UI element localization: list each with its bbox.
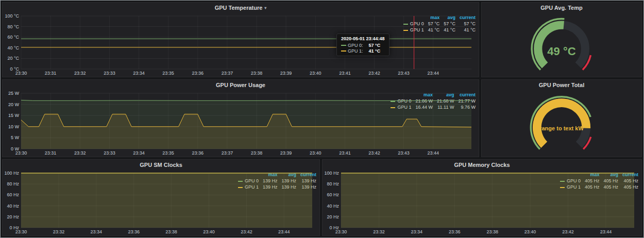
- chart-svg: 0 °C20 °C40 °C60 °C80 °C100 °C23:3023:31…: [3, 13, 474, 77]
- svg-text:23:39: 23:39: [280, 71, 292, 76]
- gauge-svg: 49 °C: [482, 13, 641, 77]
- svg-text:23:40: 23:40: [203, 229, 215, 234]
- x-axis-labels: 23:3023:3223:3423:3623:3823:4023:4223:44: [335, 229, 612, 234]
- y-axis-labels: 0 W5 W10 W15 W20 W25 W: [8, 91, 20, 151]
- svg-text:23:33: 23:33: [104, 71, 115, 76]
- x-axis-labels: 23:3023:3223:3423:3623:3823:4023:4223:44: [15, 229, 290, 234]
- gauge-value-text: 49 °C: [547, 45, 575, 58]
- svg-text:23:43: 23:43: [398, 150, 410, 156]
- svg-text:100 Hz: 100 Hz: [4, 171, 19, 176]
- svg-text:23:33: 23:33: [104, 150, 115, 156]
- svg-text:23:40: 23:40: [524, 229, 536, 234]
- series-fill: [21, 173, 312, 228]
- svg-text:40 °C: 40 °C: [7, 45, 19, 50]
- svg-text:20 °C: 20 °C: [7, 56, 19, 61]
- svg-text:5 W: 5 W: [11, 135, 20, 140]
- chart-gpu-memory-clocks[interactable]: 0 Hz20 Hz40 Hz60 Hz80 Hz100 Hz23:3023:32…: [323, 170, 559, 235]
- panel-title: GPU Temperature: [215, 5, 263, 11]
- svg-text:80 Hz: 80 Hz: [7, 181, 19, 186]
- panel-menu-gpu-temperature[interactable]: GPU Temperature ▾: [3, 3, 479, 13]
- chart-gpu-power-usage[interactable]: 0 W5 W10 W15 W20 W25 W23:3023:3123:3223:…: [3, 90, 389, 157]
- svg-text:23:32: 23:32: [74, 71, 86, 76]
- svg-text:23:30: 23:30: [15, 150, 27, 156]
- svg-text:100 °C: 100 °C: [5, 13, 19, 19]
- panel-title: GPU Memory Clocks: [454, 162, 510, 168]
- svg-text:23:44: 23:44: [427, 150, 439, 156]
- chart-svg: 0 W5 W10 W15 W20 W25 W23:3023:3123:3223:…: [3, 90, 474, 157]
- svg-text:23:37: 23:37: [222, 71, 233, 76]
- svg-text:20 Hz: 20 Hz: [327, 214, 339, 219]
- svg-text:23:30: 23:30: [15, 229, 27, 234]
- panel-title: GPU Avg. Temp: [540, 5, 583, 11]
- panel-menu-gpu-memory-clocks[interactable]: GPU Memory Clocks: [323, 160, 641, 170]
- panel-gpu-power-total: GPU Power Total range to text kW: [481, 79, 642, 157]
- svg-text:23:43: 23:43: [398, 71, 410, 76]
- svg-text:23:44: 23:44: [600, 229, 612, 234]
- y-axis-labels: 0 Hz20 Hz40 Hz60 Hz80 Hz100 Hz: [324, 171, 339, 230]
- svg-text:23:31: 23:31: [45, 150, 57, 156]
- chart-gpu-temperature[interactable]: 0 °C20 °C40 °C60 °C80 °C100 °C23:3023:31…: [3, 13, 402, 77]
- svg-text:23:42: 23:42: [368, 71, 380, 76]
- panel-body: 0 °C20 °C40 °C60 °C80 °C100 °C23:3023:31…: [3, 13, 479, 77]
- svg-text:23:42: 23:42: [368, 150, 380, 156]
- svg-text:23:31: 23:31: [45, 71, 57, 76]
- panel-menu-gpu-avg-temp[interactable]: GPU Avg. Temp: [482, 3, 641, 13]
- chevron-down-icon: ▾: [264, 6, 266, 10]
- gauge-gpu-avg-temp: 49 °C: [482, 13, 641, 77]
- panel-gpu-avg-temp: GPU Avg. Temp 49 °C: [481, 2, 642, 77]
- svg-text:23:40: 23:40: [310, 71, 321, 76]
- x-axis-labels: 23:3023:3123:3223:3323:3423:3523:3623:37…: [15, 150, 439, 156]
- gauge-svg: range to text kW: [482, 90, 641, 157]
- svg-text:10 W: 10 W: [8, 124, 20, 129]
- svg-text:23:34: 23:34: [91, 229, 103, 234]
- svg-text:23:30: 23:30: [335, 229, 347, 234]
- panel-gpu-sm-clocks: GPU SM Clocks 0 Hz20 Hz40 Hz60 Hz80 Hz10…: [2, 159, 320, 236]
- panel-menu-gpu-power-usage[interactable]: GPU Power Usage: [3, 80, 479, 90]
- svg-text:23:34: 23:34: [133, 150, 145, 156]
- svg-text:23:35: 23:35: [162, 71, 174, 76]
- svg-text:23:30: 23:30: [15, 71, 27, 76]
- svg-text:23:34: 23:34: [133, 71, 145, 76]
- svg-text:23:36: 23:36: [128, 229, 140, 234]
- svg-text:23:32: 23:32: [373, 229, 385, 234]
- chart-svg: 0 Hz20 Hz40 Hz60 Hz80 Hz100 Hz23:3023:32…: [323, 170, 637, 235]
- svg-text:60 Hz: 60 Hz: [7, 192, 19, 197]
- svg-text:23:37: 23:37: [222, 150, 233, 156]
- svg-text:23:41: 23:41: [339, 150, 351, 156]
- panel-body: 0 W5 W10 W15 W20 W25 W23:3023:3123:3223:…: [3, 90, 479, 157]
- svg-text:20 Hz: 20 Hz: [7, 214, 19, 219]
- svg-text:23:44: 23:44: [427, 71, 439, 76]
- gauge-gpu-power-total: range to text kW: [482, 90, 641, 157]
- panel-body: 0 Hz20 Hz40 Hz60 Hz80 Hz100 Hz23:3023:32…: [323, 170, 641, 235]
- panel-title: GPU Power Total: [539, 82, 584, 88]
- chart-svg: 0 Hz20 Hz40 Hz60 Hz80 Hz100 Hz23:3023:32…: [3, 170, 315, 235]
- svg-text:40 Hz: 40 Hz: [7, 203, 19, 209]
- svg-text:23:42: 23:42: [562, 229, 574, 234]
- gauge-value-text: range to text kW: [539, 125, 584, 131]
- svg-text:23:41: 23:41: [339, 71, 351, 76]
- dashboard-row-2: GPU Power Usage 0 W5 W10 W15 W20 W25 W23…: [2, 79, 642, 157]
- chart-gpu-sm-clocks[interactable]: 0 Hz20 Hz40 Hz60 Hz80 Hz100 Hz23:3023:32…: [3, 170, 237, 235]
- series-fill: [341, 173, 634, 228]
- svg-text:23:42: 23:42: [241, 229, 252, 234]
- grafana-dashboard: GPU Temperature ▾ 0 °C20 °C40 °C60 °C80 …: [0, 0, 644, 238]
- panel-body: 0 Hz20 Hz40 Hz60 Hz80 Hz100 Hz23:3023:32…: [3, 170, 319, 235]
- panel-title: GPU Power Usage: [216, 82, 265, 88]
- panel-gpu-temperature: GPU Temperature ▾ 0 °C20 °C40 °C60 °C80 …: [2, 2, 479, 77]
- svg-text:23:38: 23:38: [165, 229, 177, 234]
- svg-text:23:32: 23:32: [53, 229, 65, 234]
- svg-text:15 W: 15 W: [8, 113, 20, 118]
- svg-text:23:32: 23:32: [74, 150, 86, 156]
- svg-text:23:34: 23:34: [411, 229, 423, 234]
- svg-text:25 W: 25 W: [8, 91, 20, 96]
- panel-gpu-power-usage: GPU Power Usage 0 W5 W10 W15 W20 W25 W23…: [2, 79, 479, 157]
- svg-text:23:36: 23:36: [449, 229, 461, 234]
- panel-menu-gpu-power-total[interactable]: GPU Power Total: [482, 80, 641, 90]
- panel-title: GPU SM Clocks: [140, 162, 182, 168]
- svg-text:100 Hz: 100 Hz: [324, 171, 339, 176]
- svg-text:23:40: 23:40: [310, 150, 321, 156]
- svg-text:23:39: 23:39: [280, 150, 292, 156]
- panel-menu-gpu-sm-clocks[interactable]: GPU SM Clocks: [3, 160, 319, 170]
- svg-text:23:36: 23:36: [192, 71, 204, 76]
- svg-text:23:38: 23:38: [251, 150, 263, 156]
